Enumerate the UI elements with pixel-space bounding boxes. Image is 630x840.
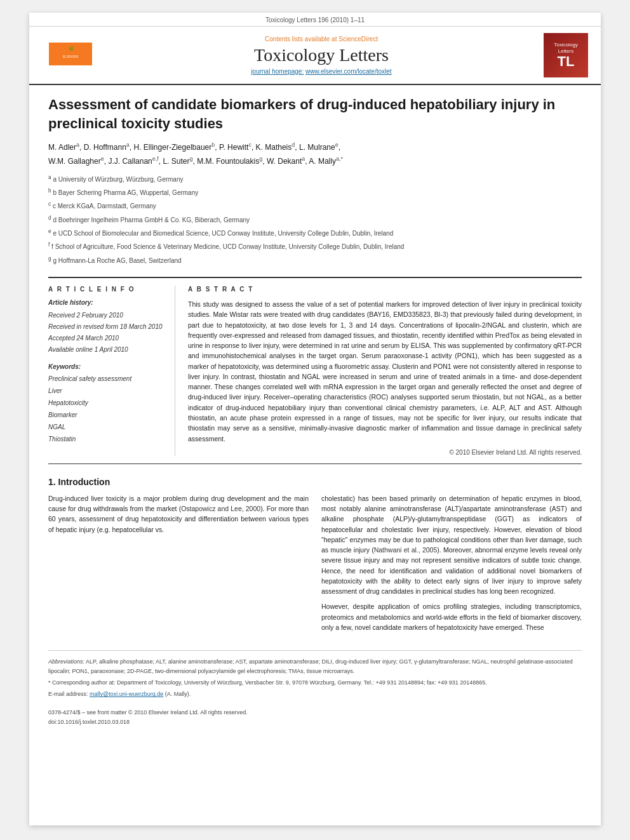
- keyword-5: NGAL: [48, 421, 164, 433]
- affiliation-a: a a University of Würzburg, Würzburg, Ge…: [48, 173, 582, 185]
- abbreviations-text: ALP, alkaline phosphatase; ALT, alanine …: [48, 658, 573, 674]
- abbreviations-footnote: Abbreviations: ALP, alkaline phosphatase…: [48, 657, 582, 676]
- keyword-4: Biomarker: [48, 409, 164, 421]
- introduction-section: 1. Introduction Drug-induced liver toxic…: [48, 477, 582, 637]
- keyword-3: Hepatotoxicity: [48, 397, 164, 409]
- history-received: Received 2 February 2010: [48, 310, 164, 321]
- homepage-url[interactable]: www.elsevier.com/locate/toxlet: [305, 68, 392, 75]
- elsevier-logo-area: 🌿 ELSEVIER: [42, 43, 99, 68]
- bottom-bar: 0378-4274/$ – see front matter © 2010 El…: [29, 705, 601, 733]
- affiliation-b: b b Bayer Schering Pharma AG, Wuppertal,…: [48, 186, 582, 199]
- ref-nathwani: Nathwani et al., 2005: [374, 546, 438, 554]
- svg-text:ELSEVIER: ELSEVIER: [63, 55, 79, 58]
- ref-ostapowicz: Ostapowicz and Lee, 2000: [181, 505, 260, 512]
- intro-p2-right: However, despite application of omics pr…: [321, 601, 582, 632]
- doi-line: doi:10.1016/j.toxlet.2010.03.018: [48, 717, 582, 727]
- abbreviations-label: Abbreviations:: [48, 658, 84, 665]
- sciencedirect-link[interactable]: ScienceDirect: [338, 36, 378, 43]
- history-revised: Received in revised form 18 March 2010: [48, 321, 164, 333]
- article-info-abstract-section: A R T I C L E I N F O Article history: R…: [48, 277, 582, 464]
- keyword-2: Liver: [48, 385, 164, 397]
- svg-text:🌿: 🌿: [69, 46, 74, 51]
- keyword-6: Thiostatin: [48, 433, 164, 445]
- main-content: Assessment of candidate biomarkers of dr…: [29, 85, 601, 650]
- sciencedirect-note: Contents lists available at ScienceDirec…: [99, 36, 544, 43]
- affiliation-d: d d Boehringer Ingelheim Pharma GmbH & C…: [48, 213, 582, 226]
- history-accepted: Accepted 24 March 2010: [48, 333, 164, 344]
- email-author-name: A. Mally: [167, 691, 187, 697]
- keyword-1: Preclinical safety assessment: [48, 373, 164, 385]
- intro-p1-left: Drug-induced liver toxicity is a major p…: [48, 493, 309, 535]
- history-entries: Received 2 February 2010 Received in rev…: [48, 310, 164, 356]
- history-label: Article history:: [48, 299, 164, 306]
- journal-title: Toxicology Letters: [99, 45, 544, 65]
- affiliation-g: g g Hoffmann-La Roche AG, Basel, Switzer…: [48, 254, 582, 267]
- introduction-body: Drug-induced liver toxicity is a major p…: [48, 493, 582, 637]
- email-address[interactable]: mally@toxi.uni-wuerzburg.de: [90, 691, 163, 697]
- affiliations-block: a a University of Würzburg, Würzburg, Ge…: [48, 173, 582, 267]
- intro-col-right: cholestatic) has been based primarily on…: [321, 493, 582, 637]
- journal-logo-top-text: ToxicologyLetters: [554, 42, 577, 55]
- journal-header: 🌿 ELSEVIER Contents lists available at S…: [29, 27, 601, 85]
- intro-col-left: Drug-induced liver toxicity is a major p…: [48, 493, 309, 637]
- abstract-text: This study was designed to assess the va…: [188, 299, 582, 444]
- history-online: Available online 1 April 2010: [48, 344, 164, 356]
- article-info-column: A R T I C L E I N F O Article history: R…: [48, 286, 175, 456]
- email-label: E-mail address:: [48, 691, 88, 697]
- abstract-copyright: © 2010 Elsevier Ireland Ltd. All rights …: [188, 449, 582, 456]
- introduction-title: 1. Introduction: [48, 477, 582, 487]
- affiliation-e: e e UCD School of Biomolecular and Biome…: [48, 227, 582, 239]
- footnotes-area: Abbreviations: ALP, alkaline phosphatase…: [48, 650, 582, 705]
- journal-title-area: Contents lists available at ScienceDirec…: [99, 36, 544, 75]
- elsevier-logo-image: 🌿 ELSEVIER: [49, 43, 92, 68]
- corresponding-author-footnote: * Corresponding author at: Department of…: [48, 678, 582, 687]
- abstract-column: A B S T R A C T This study was designed …: [188, 286, 582, 456]
- issn-line: 0378-4274/$ – see front matter © 2010 El…: [48, 708, 582, 717]
- keywords-label: Keywords:: [48, 363, 164, 370]
- journal-reference-bar: Toxicology Letters 196 (2010) 1–11: [29, 13, 601, 27]
- journal-page: Toxicology Letters 196 (2010) 1–11 🌿 ELS…: [29, 13, 601, 825]
- journal-reference: Toxicology Letters 196 (2010) 1–11: [265, 17, 365, 23]
- article-info-heading: A R T I C L E I N F O: [48, 286, 164, 293]
- affiliation-f: f f School of Agriculture, Food Science …: [48, 240, 582, 253]
- keywords-list: Preclinical safety assessment Liver Hepa…: [48, 373, 164, 445]
- journal-logo-box: ToxicologyLetters TL: [544, 33, 588, 77]
- svg-rect-0: [49, 43, 92, 65]
- corresponding-label: * Corresponding author at:: [48, 679, 116, 686]
- article-title: Assessment of candidate biomarkers of dr…: [48, 95, 582, 133]
- journal-logo-letters: TL: [558, 55, 575, 69]
- authors-line: M. Adlera, D. Hoffmanna, H. Ellinger-Zie…: [48, 140, 582, 167]
- email-footnote: E-mail address: mally@toxi.uni-wuerzburg…: [48, 690, 582, 698]
- intro-p1-right: cholestatic) has been based primarily on…: [321, 493, 582, 597]
- affiliation-c: c c Merck KGaA, Darmstadt, Germany: [48, 199, 582, 212]
- journal-homepage: journal homepage: www.elsevier.com/locat…: [99, 68, 544, 75]
- abstract-heading: A B S T R A C T: [188, 286, 582, 293]
- corresponding-text: Department of Toxicology, University of …: [117, 679, 487, 686]
